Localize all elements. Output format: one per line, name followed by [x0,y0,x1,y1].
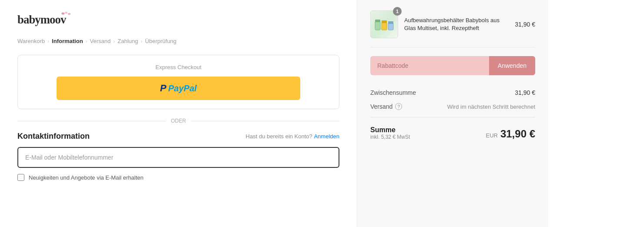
email-input-wrapper[interactable] [17,147,339,168]
order-summary-section: Zwischensumme 31,90 € Versand ? Wird im … [370,84,535,142]
zwischensumme-value: 31,90 € [515,89,535,96]
breadcrumb-warenkorb[interactable]: Warenkorb [17,38,45,44]
svg-rect-9 [388,21,393,24]
contact-section-header: Kontaktinformation Hast du bereits ein K… [17,132,339,141]
paypal-button[interactable]: P PayPal [57,77,300,100]
oder-label: ODER [171,118,186,124]
svg-rect-7 [382,20,387,23]
summary-divider [370,117,535,117]
versand-row: Versand ? Wird im nächsten Schritt berec… [370,100,535,114]
product-info: Aufbewahrungsbehälter Babybols aus Glas … [404,17,509,32]
breadcrumb-versand[interactable]: Versand [90,38,111,44]
login-link[interactable]: Anmelden [314,133,339,140]
versand-label: Versand ? [370,103,402,110]
email-input[interactable] [25,154,332,161]
breadcrumb-sep-4: › [141,38,142,44]
rabatt-apply-button[interactable]: Anwenden [489,56,535,75]
versand-value: Wird im nächsten Schritt berechnet [447,103,535,110]
express-checkout-title: Express Checkout [27,64,330,70]
product-image [370,10,398,38]
svg-point-2 [65,12,67,13]
svg-point-3 [68,13,70,15]
breadcrumb-zahlung[interactable]: Zahlung [117,38,138,44]
logo: babymoov [17,10,339,29]
product-price: 31,90 € [515,21,535,28]
total-row: Summe inkl. 5,32 € MwSt EUR 31,90 € [370,121,535,142]
breadcrumb-sep-2: › [86,38,87,44]
total-price-wrapper: EUR 31,90 € [486,128,535,140]
breadcrumb: Warenkorb › Information › Versand › Zahl… [17,38,339,44]
svg-rect-4 [375,21,380,30]
product-name: Aufbewahrungsbehälter Babybols aus Glas … [404,17,509,32]
paypal-logo: P PayPal [160,83,197,94]
total-label: Summe [370,126,410,134]
product-quantity-badge: 1 [393,7,402,16]
zwischensumme-label: Zwischensumme [370,89,416,96]
total-label-wrapper: Summe inkl. 5,32 € MwSt [370,126,410,140]
total-sublabel: inkl. 5,32 € MwSt [370,134,410,140]
express-checkout-box: Express Checkout P PayPal [17,55,339,109]
versand-help-icon[interactable]: ? [395,103,402,110]
rabatt-row[interactable]: Anwenden [370,56,535,75]
breadcrumb-ueberpruefung[interactable]: Überprüfung [145,38,176,44]
product-row: 1 Aufbewahrungsbehälter Babybols aus Gla… [370,10,535,47]
svg-rect-6 [382,22,387,30]
zwischensumme-row: Zwischensumme 31,90 € [370,86,535,100]
total-currency: EUR [486,132,497,139]
svg-rect-5 [375,20,380,22]
product-image-wrapper: 1 [370,10,398,38]
newsletter-label: Neuigkeiten und Angebote via E-Mail erha… [29,174,144,181]
breadcrumb-sep-3: › [113,38,115,44]
paypal-p-icon: P [160,83,167,94]
contact-title: Kontaktinformation [17,132,90,141]
breadcrumb-information[interactable]: Information [52,38,83,44]
svg-point-1 [61,12,64,14]
newsletter-row: Neuigkeiten und Angebote via E-Mail erha… [17,174,339,181]
svg-text:babymoov: babymoov [17,13,67,26]
login-prompt: Hast du bereits ein Konto? Anmelden [246,133,339,140]
paypal-name-text: PayPal [168,83,197,93]
svg-rect-8 [388,23,393,30]
left-panel: babymoov Warenkorb › Information › Versa… [0,0,357,227]
right-panel: 1 Aufbewahrungsbehälter Babybols aus Gla… [357,0,548,227]
breadcrumb-sep-1: › [47,38,49,44]
newsletter-checkbox[interactable] [17,174,24,181]
rabatt-input[interactable] [370,56,489,75]
total-price: 31,90 € [500,128,535,140]
login-prompt-text: Hast du bereits ein Konto? [246,133,312,140]
oder-divider: ODER [17,118,339,124]
